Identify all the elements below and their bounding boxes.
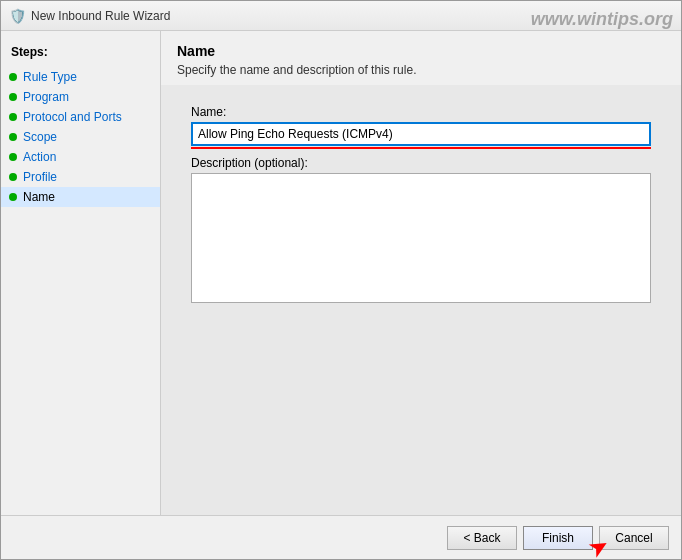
sidebar-label-name: Name (23, 190, 55, 204)
form-area: Name: Description (optional): (161, 85, 681, 515)
finish-button[interactable]: Finish (523, 526, 593, 550)
sidebar-label-program: Program (23, 90, 69, 104)
sidebar: Steps: Rule Type Program Protocol and Po… (1, 31, 161, 515)
back-button[interactable]: < Back (447, 526, 517, 550)
page-title: Name (177, 43, 665, 59)
step-dot-action (9, 153, 17, 161)
button-bar: < Back Finish Cancel ➤ (1, 515, 681, 559)
sidebar-item-protocol-ports[interactable]: Protocol and Ports (1, 107, 160, 127)
sidebar-item-scope[interactable]: Scope (1, 127, 160, 147)
sidebar-label-profile: Profile (23, 170, 57, 184)
window-icon: 🛡️ (9, 8, 25, 24)
description-label: Description (optional): (191, 156, 651, 170)
sidebar-item-profile[interactable]: Profile (1, 167, 160, 187)
description-textarea[interactable] (191, 173, 651, 303)
name-label: Name: (191, 105, 651, 119)
step-dot-scope (9, 133, 17, 141)
main-panel: Name Specify the name and description of… (161, 31, 681, 515)
sidebar-item-program[interactable]: Program (1, 87, 160, 107)
page-header: Name Specify the name and description of… (161, 31, 681, 85)
name-input-wrapper (191, 122, 651, 146)
sidebar-item-action[interactable]: Action (1, 147, 160, 167)
wizard-window: 🛡️ New Inbound Rule Wizard www.wintips.o… (0, 0, 682, 560)
step-dot-profile (9, 173, 17, 181)
name-input[interactable] (191, 122, 651, 146)
sidebar-label-rule-type: Rule Type (23, 70, 77, 84)
steps-label: Steps: (1, 41, 160, 67)
watermark: www.wintips.org (531, 9, 673, 30)
sidebar-item-name[interactable]: Name (1, 187, 160, 207)
content-area: Steps: Rule Type Program Protocol and Po… (1, 31, 681, 515)
step-dot-name (9, 193, 17, 201)
page-subtitle: Specify the name and description of this… (177, 63, 665, 77)
step-dot-program (9, 93, 17, 101)
sidebar-label-protocol-ports: Protocol and Ports (23, 110, 122, 124)
description-field-group: Description (optional): (191, 156, 651, 303)
sidebar-label-action: Action (23, 150, 56, 164)
step-dot-rule-type (9, 73, 17, 81)
name-field-group: Name: (191, 105, 651, 146)
sidebar-item-rule-type[interactable]: Rule Type (1, 67, 160, 87)
sidebar-label-scope: Scope (23, 130, 57, 144)
step-dot-protocol-ports (9, 113, 17, 121)
